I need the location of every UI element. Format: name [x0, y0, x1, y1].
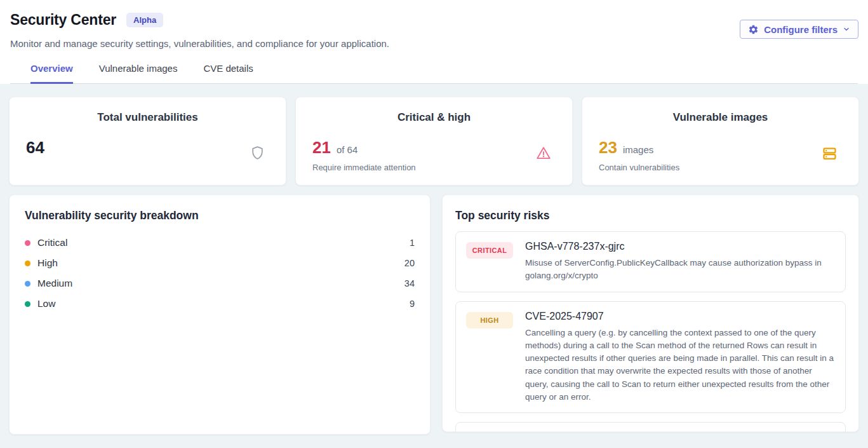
stat-value: 64 — [26, 139, 44, 156]
chevron-down-icon — [843, 25, 850, 33]
severity-badge-critical: CRITICAL — [466, 242, 513, 259]
legend-item-medium: Medium 34 — [25, 273, 415, 294]
panels-row: Vulnerability security breakdown Critica… — [9, 194, 859, 435]
legend-label: Critical — [37, 237, 67, 248]
stat-title: Vulnerable images — [599, 111, 842, 124]
legend-value: 20 — [404, 258, 415, 268]
legend-label: Medium — [37, 278, 72, 289]
page-title: Security Center — [10, 11, 116, 29]
stat-card-vulnerable-images: Vulnerable images 23 images Contain vuln… — [582, 97, 859, 186]
stat-value: 21 — [312, 139, 331, 156]
warning-triangle-icon — [535, 145, 552, 164]
legend-label: Low — [37, 298, 55, 309]
page-header: Security Center Alpha Configure filters … — [0, 0, 868, 84]
risk-id: CVE-2025-9086 — [525, 431, 598, 432]
risk-card-ghsa-v778-237x-gjrc[interactable]: CRITICAL GHSA-v778-237x-gjrc Misuse of S… — [455, 231, 846, 292]
legend-item-high: High 20 — [25, 253, 415, 273]
top-risks-title: Top security risks — [455, 209, 846, 222]
stat-suffix: images — [623, 144, 653, 155]
low-dot-icon — [25, 301, 30, 307]
alpha-badge: Alpha — [126, 13, 163, 28]
risk-card-cve-2025-47907[interactable]: HIGH CVE-2025-47907 Cancelling a query (… — [455, 301, 846, 414]
stat-card-total-vulnerabilities: Total vulnerabilities 64 — [9, 97, 286, 186]
stat-value: 23 — [599, 139, 617, 156]
page-subtitle: Monitor and manage security settings, vu… — [10, 38, 858, 49]
legend-item-low: Low 9 — [25, 294, 415, 314]
stat-title: Critical & high — [312, 111, 556, 124]
stat-subtext: Require immediate attention — [312, 163, 556, 172]
main-content: Total vulnerabilities 64 Critical & high… — [0, 84, 868, 435]
risk-id: CVE-2025-47907 — [525, 311, 835, 322]
risk-id: GHSA-v778-237x-gjrc — [525, 241, 835, 252]
severity-badge-high: HIGH — [466, 312, 513, 329]
tab-overview[interactable]: Overview — [30, 63, 73, 84]
shield-icon — [250, 145, 265, 163]
configure-filters-button[interactable]: Configure filters — [740, 20, 858, 39]
stat-title: Total vulnerabilities — [26, 111, 269, 124]
breakdown-title: Vulnerability security breakdown — [25, 209, 415, 222]
risk-card-cve-2025-9086[interactable]: HIGH CVE-2025-9086 — [455, 422, 846, 432]
risk-description: Cancelling a query (e.g. by cancelling t… — [525, 327, 835, 404]
legend-value: 1 — [410, 238, 415, 248]
legend-label: High — [37, 257, 58, 269]
tab-vulnerable-images[interactable]: Vulnerable images — [99, 63, 178, 84]
stats-row: Total vulnerabilities 64 Critical & high… — [9, 97, 859, 186]
tab-cve-details[interactable]: CVE details — [203, 63, 253, 84]
configure-filters-label: Configure filters — [764, 24, 838, 35]
gear-icon — [748, 24, 759, 35]
medium-dot-icon — [25, 281, 30, 287]
tab-bar: Overview Vulnerable images CVE details — [10, 63, 858, 84]
critical-dot-icon — [25, 240, 30, 246]
breakdown-legend: Critical 1 High 20 Medium 34 Low 9 — [25, 233, 415, 314]
legend-value: 9 — [410, 299, 415, 309]
stat-suffix: of 64 — [337, 144, 357, 155]
legend-value: 34 — [404, 278, 415, 288]
vulnerability-breakdown-panel: Vulnerability security breakdown Critica… — [9, 194, 431, 435]
legend-item-critical: Critical 1 — [25, 233, 415, 253]
high-dot-icon — [25, 261, 30, 266]
server-stack-icon — [821, 145, 838, 165]
risk-description: Misuse of ServerConfig.PublicKeyCallback… — [525, 257, 835, 283]
stat-card-critical-high: Critical & high 21 of 64 Require immedia… — [295, 97, 573, 186]
top-security-risks-panel: Top security risks CRITICAL GHSA-v778-23… — [442, 194, 859, 432]
stat-subtext: Contain vulnerabilities — [599, 163, 842, 172]
